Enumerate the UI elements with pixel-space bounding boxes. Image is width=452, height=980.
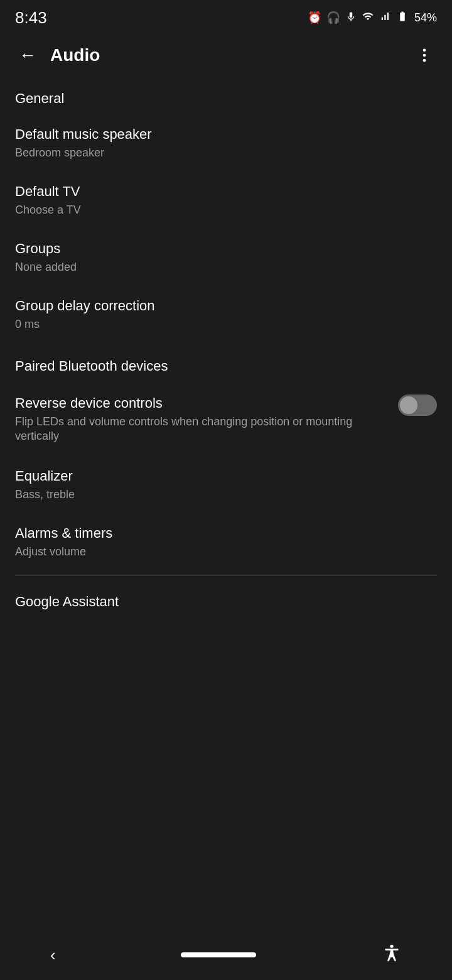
default-music-speaker-title: Default music speaker [15,126,437,144]
alarms-timers-subtitle: Adjust volume [15,545,437,559]
status-icons: ⏰ 🎧 54% [308,11,437,25]
groups-subtitle: None added [15,260,437,275]
reverse-device-controls-toggle[interactable] [398,395,437,416]
back-button[interactable]: ← [13,40,43,70]
alarm-status-icon: ⏰ [308,11,321,24]
default-tv-title: Default TV [15,183,437,201]
settings-content: General Default music speaker Bedroom sp… [0,78,452,668]
equalizer-title: Equalizer [15,467,437,486]
more-vert-icon [416,46,433,64]
equalizer-subtitle: Bass, treble [15,487,437,502]
group-delay-correction-subtitle: 0 ms [15,317,437,332]
group-delay-correction-title: Group delay correction [15,297,437,315]
default-tv-subtitle: Choose a TV [15,203,437,217]
groups-title: Groups [15,240,437,258]
alarms-timers-item[interactable]: Alarms & timers Adjust volume [0,513,452,570]
headphones-status-icon: 🎧 [326,11,340,24]
signal-status-icon [379,11,390,25]
wifi-status-icon [362,11,374,25]
app-bar: ← Audio [0,33,452,78]
paired-bluetooth-section-header: Paired Bluetooth devices [0,343,452,382]
more-options-button[interactable] [409,40,439,70]
accessibility-icon [382,943,402,963]
section-divider [15,575,437,576]
battery-percent: 54% [414,11,437,24]
general-section-header: General [0,78,452,114]
svg-point-3 [390,944,393,947]
status-time: 8:43 [15,8,47,28]
back-arrow-icon: ← [19,45,36,65]
status-bar: 8:43 ⏰ 🎧 54% [0,0,452,33]
svg-point-1 [423,54,426,57]
reverse-device-controls-title: Reverse device controls [15,395,388,413]
toggle-thumb [400,396,417,414]
equalizer-item[interactable]: Equalizer Bass, treble [0,456,452,513]
reverse-device-controls-subtitle: Flip LEDs and volume controls when chang… [15,415,388,444]
alarms-timers-title: Alarms & timers [15,525,437,543]
svg-point-0 [423,49,426,52]
battery-status-icon [396,11,409,25]
assistant-status-icon [345,11,357,24]
page-title: Audio [50,45,409,65]
reverse-device-controls-item[interactable]: Reverse device controls Flip LEDs and vo… [0,382,452,456]
svg-point-2 [423,59,426,62]
nav-home-pill[interactable] [181,952,256,957]
groups-item[interactable]: Groups None added [0,229,452,286]
default-tv-item[interactable]: Default TV Choose a TV [0,172,452,229]
nav-back-button[interactable]: ‹ [50,945,56,965]
group-delay-correction-item[interactable]: Group delay correction 0 ms [0,286,452,343]
google-assistant-section-header: Google Assistant [0,581,452,618]
default-music-speaker-subtitle: Bedroom speaker [15,146,437,160]
nav-accessibility-button[interactable] [382,943,402,967]
default-music-speaker-item[interactable]: Default music speaker Bedroom speaker [0,114,452,172]
bottom-nav: ‹ [0,930,452,980]
